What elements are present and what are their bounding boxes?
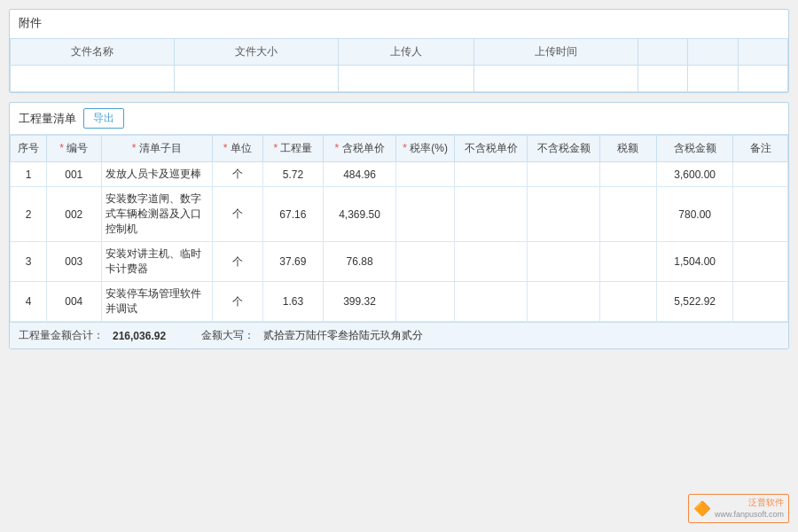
export-button[interactable]: 导出: [83, 108, 124, 129]
cell-seq: 3: [11, 242, 47, 282]
cell-name: 发放人员卡及巡更棒: [101, 162, 212, 187]
table-row: 4004安装停车场管理软件并调试个1.63399.325,522.92: [11, 282, 788, 322]
cell-notax-amt: [528, 162, 600, 187]
bill-col-notax-amt: 不含税金额: [528, 136, 600, 162]
bill-col-tax: 税额: [600, 136, 657, 162]
logo-text-bottom: www.fanpusoft.com: [715, 509, 784, 520]
att-col-filename: 文件名称: [11, 39, 175, 66]
att-col-extra2: [688, 39, 738, 66]
table-row: 2002安装数字道闸、数字式车辆检测器及入口控制机个67.164,369.507…: [11, 187, 788, 242]
bill-col-seq: 序号: [11, 136, 47, 162]
cell-unit: 个: [212, 242, 262, 282]
cell-remark: [733, 242, 788, 282]
bill-col-unit: * 单位: [212, 136, 262, 162]
cell-notax-amt: [528, 242, 600, 282]
cell-total: 5,522.92: [656, 282, 733, 322]
cell-qty: 1.63: [262, 282, 323, 322]
bill-header-row: 序号 * 编号 * 清单子目 * 单位 * 工程量 * 含税单价 * 税率(%)…: [11, 136, 788, 162]
cell-tax: [600, 187, 657, 242]
bill-col-code: * 编号: [47, 136, 102, 162]
logo-box: 🔶 泛普软件 www.fanpusoft.com: [688, 494, 789, 523]
cell-tax-price: 484.96: [324, 162, 396, 187]
total-label: 工程量金额合计：: [19, 328, 104, 343]
attachment-table: 文件名称 文件大小 上传人 上传时间: [10, 38, 788, 92]
cell-code: 004: [47, 282, 102, 322]
cell-tax: [600, 162, 657, 187]
bill-table: 序号 * 编号 * 清单子目 * 单位 * 工程量 * 含税单价 * 税率(%)…: [10, 135, 788, 322]
cell-code: 003: [47, 242, 102, 282]
cell-tax: [600, 242, 657, 282]
att-col-size: 文件大小: [175, 39, 339, 66]
cell-tax: [600, 282, 657, 322]
cell-notax-amt: [528, 187, 600, 242]
cell-unit: 个: [212, 162, 262, 187]
bill-col-total: 含税金额: [656, 136, 733, 162]
bill-title: 工程量清单: [19, 111, 76, 127]
logo-area: 🔶 泛普软件 www.fanpusoft.com: [688, 494, 789, 523]
bill-toolbar: 工程量清单 导出: [10, 103, 788, 135]
amount-value: 贰拾壹万陆仟零叁拾陆元玖角贰分: [263, 328, 423, 343]
cell-notax-price: [455, 187, 528, 242]
attachment-title: 附件: [10, 10, 788, 36]
cell-tax-price: 4,369.50: [324, 187, 396, 242]
cell-name: 安装数字道闸、数字式车辆检测器及入口控制机: [101, 187, 212, 242]
cell-total: 1,504.00: [656, 242, 733, 282]
att-col-time: 上传时间: [473, 39, 638, 66]
cell-remark: [733, 187, 788, 242]
cell-name: 安装停车场管理软件并调试: [101, 282, 212, 322]
cell-qty: 67.16: [262, 187, 323, 242]
att-col-uploader: 上传人: [339, 39, 474, 66]
bill-col-name: * 清单子目: [101, 136, 212, 162]
total-value: 216,036.92: [113, 330, 192, 342]
bill-col-tax-price: * 含税单价: [324, 136, 396, 162]
logo-icon: 🔶: [693, 499, 711, 519]
bill-col-tax-rate: * 税率(%): [396, 136, 455, 162]
logo-text-top: 泛普软件: [715, 497, 784, 509]
cell-code: 001: [47, 162, 102, 187]
cell-tax-rate: [396, 282, 455, 322]
attachment-section: 附件 文件名称 文件大小 上传人 上传时间: [9, 9, 789, 93]
amount-label: 金额大写：: [201, 328, 254, 343]
cell-seq: 2: [11, 187, 47, 242]
att-col-extra1: [638, 39, 688, 66]
bill-footer: 工程量金额合计： 216,036.92 金额大写： 贰拾壹万陆仟零叁拾陆元玖角贰…: [10, 322, 788, 348]
cell-seq: 1: [11, 162, 47, 187]
cell-remark: [733, 162, 788, 187]
cell-tax-rate: [396, 242, 455, 282]
cell-notax-price: [455, 162, 528, 187]
cell-tax-price: 399.32: [324, 282, 396, 322]
cell-remark: [733, 282, 788, 322]
table-row: 1001发放人员卡及巡更棒个5.72484.963,600.00: [11, 162, 788, 187]
att-col-extra3: [738, 39, 787, 66]
cell-tax-price: 76.88: [324, 242, 396, 282]
cell-unit: 个: [212, 187, 262, 242]
cell-name: 安装对讲主机、临时卡计费器: [101, 242, 212, 282]
cell-unit: 个: [212, 282, 262, 322]
cell-tax-rate: [396, 162, 455, 187]
cell-qty: 37.69: [262, 242, 323, 282]
bill-section: 工程量清单 导出: [9, 102, 789, 349]
cell-total: 3,600.00: [656, 162, 733, 187]
bill-table-wrapper[interactable]: 序号 * 编号 * 清单子目 * 单位 * 工程量 * 含税单价 * 税率(%)…: [10, 135, 788, 322]
cell-notax-price: [455, 242, 528, 282]
cell-seq: 4: [11, 282, 47, 322]
cell-notax-price: [455, 282, 528, 322]
table-row: 3003安装对讲主机、临时卡计费器个37.6976.881,504.00: [11, 242, 788, 282]
cell-notax-amt: [528, 282, 600, 322]
bill-col-notax-price: 不含税单价: [455, 136, 528, 162]
cell-tax-rate: [396, 187, 455, 242]
cell-qty: 5.72: [262, 162, 323, 187]
bill-col-remark: 备注: [733, 136, 788, 162]
bill-col-qty: * 工程量: [262, 136, 323, 162]
attachment-empty-row: [11, 66, 788, 92]
cell-total: 780.00: [656, 187, 733, 242]
cell-code: 002: [47, 187, 102, 242]
